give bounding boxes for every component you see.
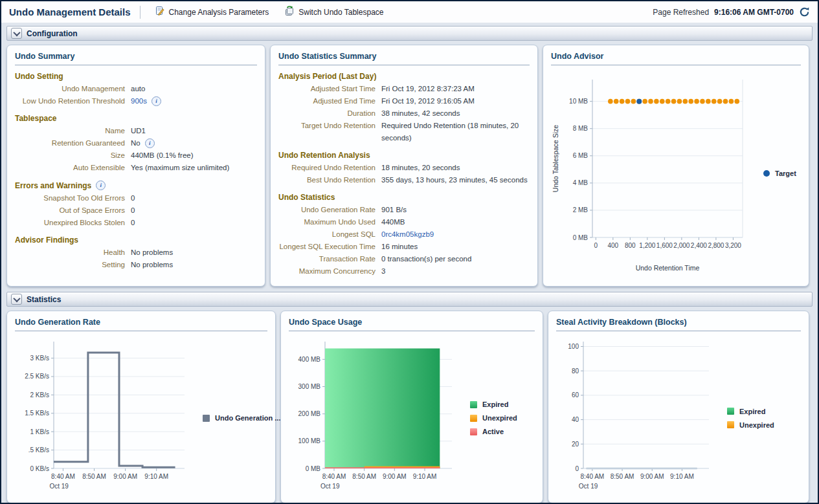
field-value: 440MB (0.1% free)	[131, 149, 194, 162]
legend-label: Unexpired	[739, 421, 774, 429]
svg-text:Undo Retention Time: Undo Retention Time	[636, 264, 700, 272]
statistics-collapse-button[interactable]	[11, 294, 22, 305]
configuration-section-label: Configuration	[27, 29, 78, 38]
undo-statistics-summary-panel: Undo Statistics Summary Analysis Period …	[270, 45, 538, 287]
configuration-section-bar: Configuration	[6, 26, 813, 41]
field-label: Undo Management	[15, 83, 131, 95]
switch-tablespace-icon	[284, 6, 295, 18]
detail-row: Maximum Concurrency3	[278, 265, 530, 278]
legend-label: Expired	[739, 408, 765, 415]
svg-text:1.5 KB/s: 1.5 KB/s	[25, 410, 49, 417]
field-value: 0	[131, 217, 135, 229]
svg-text:800: 800	[625, 242, 636, 249]
svg-text:1,600: 1,600	[656, 242, 673, 249]
configuration-collapse-button[interactable]	[11, 28, 22, 39]
group-heading: Undo Setting	[15, 72, 257, 81]
undo-advisor-legend: Target	[763, 170, 796, 177]
legend-label: Unexpired	[482, 414, 517, 422]
svg-text:300 MB: 300 MB	[298, 383, 321, 390]
field-value: 0	[131, 192, 135, 204]
undo-advisor-svg: 0 MB2 MB4 MB6 MB8 MB10 MB04008001,2001,6…	[551, 69, 752, 275]
panel-title: Undo Generation Rate	[15, 316, 267, 331]
undo-advisor-chart: 0 MB2 MB4 MB6 MB8 MB10 MB04008001,2001,6…	[551, 69, 752, 278]
field-label: Snapshot Too Old Errors	[15, 192, 131, 204]
steal-activity-breakdown-svg: 0204060801008:40 AM8:50 AM9:00 AM9:10 AM…	[556, 335, 715, 498]
panel-title: Undo Advisor	[551, 50, 801, 65]
undo-space-usage-chart: 0 MB100 MB200 MB300 MB400 MB8:40 AM8:50 …	[289, 335, 458, 501]
svg-text:60: 60	[572, 391, 579, 399]
undo-management-window: Undo Management Details Change Analysis …	[0, 0, 819, 504]
legend-item: Unexpired	[727, 421, 774, 429]
field-value: auto	[131, 83, 145, 95]
legend-item: Unexpired	[470, 414, 517, 422]
field-label: Unexpired Blocks Stolen	[15, 217, 131, 229]
switch-undo-tablespace-label: Switch Undo Tablespace	[298, 8, 383, 17]
detail-row: Longest SQL Execution Time16 minutes	[278, 241, 530, 253]
detail-row: Auto ExtensibleYes (maximum size unlimit…	[15, 162, 257, 174]
detail-row: Best Undo Retention355 days, 13 hours, 2…	[278, 174, 530, 186]
info-icon[interactable]: i	[151, 96, 161, 106]
undo-generation-rate-svg: 0 KB/s.5 KB/s1 KB/s1.5 KB/s2 KB/s2.5 KB/…	[15, 335, 191, 498]
field-label: Target Undo Retention	[278, 120, 381, 144]
svg-text:Oct 19: Oct 19	[579, 483, 598, 490]
page-header: Undo Management Details Change Analysis …	[1, 1, 818, 23]
svg-text:20: 20	[572, 441, 579, 448]
svg-text:0 KB/s: 0 KB/s	[30, 465, 49, 472]
panel-title: Steal Activity Breakdown (Blocks)	[556, 316, 801, 331]
svg-text:0 MB: 0 MB	[573, 234, 589, 241]
field-value-link[interactable]: 900s	[131, 95, 147, 107]
field-value: No problems	[131, 259, 173, 271]
statistics-section-bar: Statistics	[6, 292, 813, 307]
svg-text:6 MB: 6 MB	[573, 152, 589, 159]
field-value: 355 days, 13 hours, 23 minutes, 45 secon…	[381, 174, 528, 186]
change-analysis-parameters-label: Change Analysis Parameters	[169, 8, 269, 17]
legend-item: Undo Generation ...	[203, 414, 280, 422]
info-icon[interactable]: i	[145, 138, 155, 148]
detail-row: Transaction Rate0 transaction(s) per sec…	[278, 253, 530, 265]
detail-row: Size440MB (0.1% free)	[15, 149, 257, 162]
statistics-section-label: Statistics	[27, 295, 61, 304]
field-label: Auto Extensible	[15, 162, 131, 174]
undo-summary-panel: Undo Summary Undo SettingUndo Management…	[6, 45, 265, 287]
svg-text:2,000: 2,000	[673, 242, 690, 249]
page-refreshed-area: Page Refreshed 9:16:06 AM GMT-0700	[653, 6, 810, 17]
refresh-icon[interactable]	[799, 6, 810, 17]
svg-text:80: 80	[572, 367, 579, 375]
svg-text:8:50 AM: 8:50 AM	[352, 473, 376, 480]
svg-text:9:10 AM: 9:10 AM	[413, 473, 437, 480]
steal-activity-breakdown-panel: Steal Activity Breakdown (Blocks) 020406…	[548, 311, 809, 503]
svg-text:9:10 AM: 9:10 AM	[670, 473, 694, 480]
change-analysis-parameters-button[interactable]: Change Analysis Parameters	[150, 4, 275, 20]
svg-text:9:00 AM: 9:00 AM	[383, 473, 407, 480]
field-value: 440MB	[381, 216, 405, 228]
detail-row: Adjusted Start TimeFri Oct 19, 2012 8:37…	[278, 83, 530, 95]
field-label: Undo Generation Rate	[278, 204, 381, 216]
detail-row: Low Undo Retention Threshold900si	[15, 95, 257, 107]
undo-generation-rate-legend: Undo Generation ...	[203, 414, 280, 422]
svg-text:Undo Tablespace Size: Undo Tablespace Size	[552, 125, 559, 192]
svg-text:10 MB: 10 MB	[569, 98, 588, 105]
field-value: No	[131, 137, 140, 149]
group-heading: Undo Retention Analysis	[278, 151, 530, 160]
field-label: Health	[15, 247, 131, 259]
switch-undo-tablespace-button[interactable]: Switch Undo Tablespace	[279, 4, 388, 20]
undo-generation-rate-chart: 0 KB/s.5 KB/s1 KB/s1.5 KB/s2 KB/s2.5 KB/…	[15, 335, 191, 501]
field-label: Best Undo Retention	[278, 174, 381, 186]
steal-activity-breakdown-chart: 0204060801008:40 AM8:50 AM9:00 AM9:10 AM…	[556, 335, 715, 501]
svg-text:8:40 AM: 8:40 AM	[51, 473, 75, 480]
legend-swatch	[763, 170, 770, 177]
svg-text:3,200: 3,200	[725, 242, 741, 249]
info-icon[interactable]: i	[96, 181, 106, 190]
legend-swatch	[470, 401, 477, 408]
svg-text:9:10 AM: 9:10 AM	[144, 473, 168, 480]
group-heading: Analysis Period (Last Day)	[278, 72, 530, 81]
undo-space-usage-legend: ExpiredUnexpiredActive	[470, 400, 517, 435]
svg-text:.5 KB/s: .5 KB/s	[28, 446, 49, 454]
undo-statistics-summary-body: Analysis Period (Last Day)Adjusted Start…	[278, 72, 530, 278]
detail-row: NameUD1	[15, 125, 257, 137]
svg-text:200 MB: 200 MB	[298, 410, 321, 417]
svg-text:2,800: 2,800	[708, 242, 724, 249]
panel-title: Undo Summary	[15, 50, 257, 65]
field-value-link[interactable]: 0rc4km05kgzb9	[381, 228, 434, 241]
field-value: Fri Oct 19, 2012 9:16:05 AM	[381, 95, 475, 107]
